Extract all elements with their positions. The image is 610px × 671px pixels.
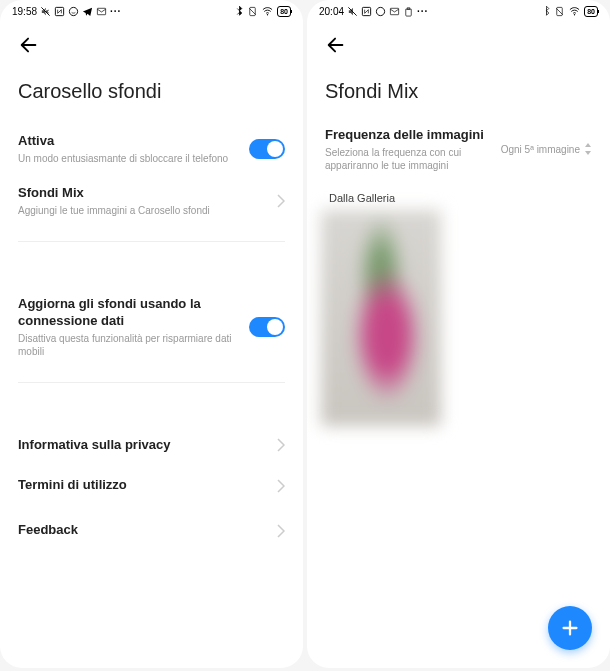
- row-title: Aggiorna gli sfondi usando la connession…: [18, 296, 239, 330]
- row-title: Sfondi Mix: [18, 185, 267, 202]
- whatsapp-icon: [375, 6, 386, 17]
- page-title: Carosello sfondi: [0, 66, 303, 123]
- svg-point-2: [69, 7, 77, 15]
- back-button[interactable]: [18, 28, 40, 66]
- mute-icon: [347, 6, 358, 17]
- svg-line-5: [249, 8, 255, 14]
- chevron-right-icon: [277, 194, 285, 208]
- chevron-right-icon: [277, 524, 285, 538]
- telegram-icon: [82, 6, 93, 17]
- fab-add[interactable]: [548, 606, 592, 650]
- back-button[interactable]: [325, 28, 347, 66]
- svg-rect-10: [390, 8, 398, 14]
- whatsapp-icon: [68, 6, 79, 17]
- section-galleria: Dalla Galleria: [325, 182, 592, 210]
- chevron-right-icon: [277, 438, 285, 452]
- toggle-aggiorna[interactable]: [249, 317, 285, 337]
- toggle-attiva[interactable]: [249, 139, 285, 159]
- row-feedback[interactable]: Feedback: [18, 508, 285, 549]
- svg-point-9: [376, 7, 384, 15]
- screen-sfondi-mix: 20:04 ··· 80 Sfondi Mix Frequenza delle …: [307, 0, 610, 668]
- row-attiva[interactable]: Attiva Un modo entusiasmante di sbloccar…: [18, 123, 285, 175]
- row-title: Frequenza delle immagini: [325, 127, 491, 144]
- no-sim-icon: [554, 6, 565, 17]
- arrow-left-icon: [325, 34, 347, 56]
- row-title: Termini di utilizzo: [18, 477, 127, 494]
- row-title: Attiva: [18, 133, 239, 150]
- bluetooth-icon: [235, 6, 244, 17]
- mail-icon: [96, 6, 107, 17]
- nfc-icon: [361, 6, 372, 17]
- svg-line-12: [556, 8, 562, 14]
- frequenza-value[interactable]: Ogni 5ª immagine: [501, 143, 592, 155]
- screen-carosello: 19:58 ··· 80 Carosello sfondi Attiva Un …: [0, 0, 303, 668]
- wifi-icon: [568, 6, 581, 17]
- row-frequenza[interactable]: Frequenza delle immagini Seleziona la fr…: [325, 123, 592, 182]
- row-sfondi-mix[interactable]: Sfondi Mix Aggiungi le tue immagini a Ca…: [18, 175, 285, 227]
- svg-point-13: [574, 14, 575, 15]
- divider: [18, 382, 285, 383]
- gallery-thumbnail[interactable]: [321, 210, 441, 426]
- more-icon: ···: [110, 6, 121, 17]
- mail-icon: [389, 6, 400, 17]
- svg-point-6: [267, 14, 268, 15]
- bluetooth-icon: [542, 6, 551, 17]
- svg-rect-3: [97, 8, 105, 14]
- no-sim-icon: [247, 6, 258, 17]
- row-subtitle: Aggiungi le tue immagini a Carosello sfo…: [18, 204, 267, 217]
- row-subtitle: Un modo entusiasmante di sbloccare il te…: [18, 152, 239, 165]
- divider: [18, 241, 285, 242]
- status-bar: 19:58 ··· 80: [0, 0, 303, 20]
- row-subtitle: Disattiva questa funzionalità per rispar…: [18, 332, 239, 358]
- row-termini[interactable]: Termini di utilizzo: [18, 463, 285, 508]
- row-title: Feedback: [18, 522, 78, 539]
- chevron-right-icon: [277, 479, 285, 493]
- status-bar: 20:04 ··· 80: [307, 0, 610, 20]
- trash-icon: [403, 6, 414, 17]
- wifi-icon: [261, 6, 274, 17]
- page-title: Sfondi Mix: [307, 66, 610, 123]
- sort-icon: [584, 143, 592, 155]
- row-privacy[interactable]: Informativa sulla privacy: [18, 427, 285, 464]
- arrow-left-icon: [18, 34, 40, 56]
- plus-icon: [559, 617, 581, 639]
- row-aggiorna[interactable]: Aggiorna gli sfondi usando la connession…: [18, 286, 285, 368]
- status-time: 19:58: [12, 6, 37, 17]
- row-subtitle: Seleziona la frequenza con cui appariran…: [325, 146, 491, 172]
- battery-icon: 80: [584, 6, 598, 17]
- row-title: Informativa sulla privacy: [18, 437, 170, 454]
- status-time: 20:04: [319, 6, 344, 17]
- nfc-icon: [54, 6, 65, 17]
- mute-icon: [40, 6, 51, 17]
- more-icon: ···: [417, 6, 428, 17]
- battery-icon: 80: [277, 6, 291, 17]
